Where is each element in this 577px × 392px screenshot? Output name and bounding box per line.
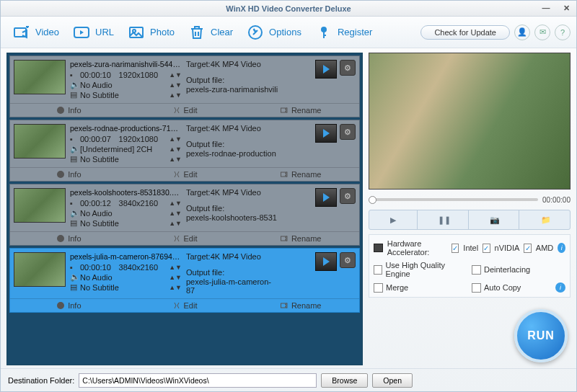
output-label: Output file: (186, 76, 280, 84)
gear-icon[interactable]: ⚙ (340, 188, 356, 204)
photo-button[interactable]: Photo (121, 20, 180, 45)
account-icon[interactable]: 👤 (514, 24, 530, 40)
stepper-icon[interactable]: ▲▼ (169, 210, 182, 217)
merge-checkbox[interactable] (374, 283, 383, 293)
list-item[interactable]: pexels-koolshooters-8531830.mp4 ▪00:00:1… (9, 184, 360, 246)
info-button[interactable]: Info (14, 301, 123, 310)
deinterlace-checkbox[interactable] (472, 265, 481, 275)
nvidia-checkbox[interactable] (483, 244, 490, 253)
target-format: Target:4K MP4 Video (186, 60, 280, 68)
info-button[interactable]: Info (14, 106, 123, 115)
autocopy-checkbox[interactable] (472, 283, 481, 293)
list-item[interactable]: pexels-zura-narimanishvili-5440069.mp ▪0… (9, 55, 360, 117)
mail-icon[interactable]: ✉ (534, 24, 550, 40)
hw-info-icon[interactable]: i (558, 243, 565, 253)
output-filename: pexels-julia-m-cameron-87 (186, 277, 280, 295)
autocopy-info-icon[interactable]: i (555, 282, 565, 293)
stepper-icon[interactable]: ▲▼ (169, 220, 182, 227)
stepper-icon[interactable]: ▲▼ (169, 71, 182, 79)
output-filename: pexels-koolshooters-8531 (186, 213, 280, 222)
video-icon (12, 23, 31, 42)
svg-point-5 (321, 27, 327, 32)
info-button[interactable]: Info (14, 234, 123, 243)
minimize-icon[interactable]: — (539, 4, 553, 13)
media-controls: ▶ ❚❚ 📷 📁 (369, 210, 571, 230)
snapshot-button[interactable]: 📷 (472, 210, 520, 229)
filename: pexels-koolshooters-8531830.mp4 (70, 188, 182, 197)
rename-button[interactable]: Rename (246, 301, 355, 310)
register-button[interactable]: Register (309, 20, 378, 45)
rename-button[interactable]: Rename (246, 170, 355, 179)
intel-checkbox[interactable] (452, 244, 459, 253)
clapperboard-icon[interactable] (315, 252, 337, 271)
stepper-icon[interactable]: ▲▼ (169, 264, 182, 271)
run-button[interactable]: RUN (514, 309, 568, 362)
clapperboard-icon[interactable] (315, 188, 337, 207)
amd-checkbox[interactable] (524, 244, 531, 253)
play-button[interactable]: ▶ (369, 210, 418, 229)
subtitle-icon: ▤ (70, 218, 77, 228)
audio-icon: 🔈 (70, 144, 77, 153)
help-icon[interactable]: ? (555, 24, 571, 40)
stepper-icon[interactable]: ▲▼ (169, 135, 182, 143)
info-button[interactable]: Info (14, 170, 123, 179)
pause-button[interactable]: ❚❚ (420, 210, 469, 229)
film-icon: ▪ (70, 71, 77, 79)
file-list: pexels-zura-narimanishvili-5440069.mp ▪0… (6, 53, 363, 365)
wrench-icon (246, 23, 265, 42)
stepper-icon[interactable]: ▲▼ (169, 200, 182, 207)
edit-button[interactable]: Edit (131, 170, 239, 179)
browse-button[interactable]: Browse (321, 373, 368, 388)
stepper-icon[interactable]: ▲▼ (169, 156, 182, 163)
thumbnail (14, 252, 66, 287)
stepper-icon[interactable]: ▲▼ (169, 81, 182, 89)
close-icon[interactable]: ✕ (559, 4, 573, 13)
thumbnail (14, 124, 66, 159)
open-folder-button[interactable]: 📁 (522, 210, 570, 229)
audio-icon: 🔈 (70, 208, 77, 218)
list-item[interactable]: pexels-rodnae-productions-7157375.m ▪00:… (9, 120, 360, 182)
window-controls: — ✕ (539, 4, 573, 13)
thumbnail (14, 60, 66, 94)
hw-label: Hardware Accelerator: (387, 239, 447, 257)
dest-path-input[interactable] (79, 373, 317, 388)
edit-button[interactable]: Edit (131, 234, 239, 243)
gear-icon[interactable]: ⚙ (340, 60, 356, 76)
edit-button[interactable]: Edit (131, 106, 239, 115)
preview-player[interactable] (369, 53, 571, 190)
stepper-icon[interactable]: ▲▼ (169, 146, 182, 153)
gear-icon[interactable]: ⚙ (340, 124, 356, 140)
check-update-button[interactable]: Check for Update (420, 25, 510, 40)
youtube-icon (72, 23, 91, 42)
preview-frame (369, 53, 570, 189)
output-label: Output file: (186, 140, 280, 148)
output-label: Output file: (186, 268, 280, 277)
stepper-icon[interactable]: ▲▼ (169, 274, 182, 281)
gear-icon[interactable]: ⚙ (340, 252, 356, 268)
key-icon (314, 23, 333, 42)
edit-button[interactable]: Edit (131, 301, 239, 310)
svg-point-14 (57, 302, 64, 309)
titlebar: WinX HD Video Converter Deluxe — ✕ (1, 1, 576, 17)
timeline-slider[interactable] (369, 198, 538, 201)
app-title: WinX HD Video Converter Deluxe (226, 4, 351, 13)
open-button[interactable]: Open (372, 373, 413, 388)
svg-point-10 (57, 171, 64, 178)
rename-button[interactable]: Rename (246, 234, 355, 243)
list-item[interactable]: pexels-julia-m-cameron-8769414.mp4 ▪00:0… (9, 248, 360, 313)
rename-button[interactable]: Rename (246, 106, 355, 115)
output-label: Output file: (186, 204, 280, 213)
target-format: Target:4K MP4 Video (186, 188, 280, 197)
clapperboard-icon[interactable] (315, 124, 337, 143)
clapperboard-icon[interactable] (315, 60, 337, 79)
stepper-icon[interactable]: ▲▼ (169, 92, 182, 99)
left-panel: pexels-zura-narimanishvili-5440069.mp ▪0… (6, 53, 363, 365)
options-button[interactable]: Options (240, 20, 307, 45)
hq-checkbox[interactable] (374, 265, 382, 275)
stepper-icon[interactable]: ▲▼ (169, 284, 182, 291)
filename: pexels-zura-narimanishvili-5440069.mp (70, 60, 182, 68)
url-button[interactable]: URL (66, 20, 120, 45)
video-button[interactable]: Video (6, 20, 65, 45)
clear-button[interactable]: Clear (182, 20, 239, 45)
thumbnail (14, 188, 66, 223)
